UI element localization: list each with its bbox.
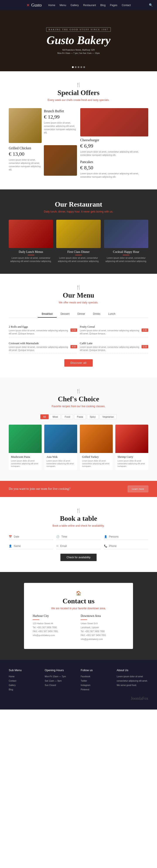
persons-input[interactable]: [109, 535, 148, 538]
nav-contact[interactable]: Contact: [122, 4, 131, 7]
chef-filter-meat[interactable]: Meat: [50, 414, 61, 419]
hero-dot-1[interactable]: [72, 66, 74, 68]
pancakes-desc: Lorem ipsum dolor sit amet, consectetur …: [80, 172, 149, 179]
menu-item-0-price: 5.50: [70, 329, 77, 332]
contact-location-0: Harbour City 123 Harbor Street #4 Tel: +…: [33, 614, 76, 641]
chef-filter-tabs: All Meat Food Pasta Spicy Vegetarian: [9, 414, 148, 419]
nav-pages[interactable]: Pages: [110, 4, 117, 7]
cheeseburger-desc: Lorem ipsum dolor sit amet, consectetur …: [80, 150, 149, 157]
join-button[interactable]: Learn more: [128, 486, 148, 492]
discover-button[interactable]: Discover all: [64, 359, 93, 367]
hero-section: BAKING THE GOOD STUFF SINCE 1987 Gusto B…: [0, 10, 157, 71]
persons-icon: 👤: [104, 535, 107, 538]
nav-blog[interactable]: Blog: [100, 4, 105, 7]
name-input[interactable]: [14, 545, 53, 548]
hero-dot-3[interactable]: [77, 66, 80, 68]
chef-filter-all[interactable]: All: [40, 414, 49, 419]
hero-title: Gusto Bakery: [46, 34, 110, 46]
footer-col-social: Follow us Facebook Twitter Instagram Pin…: [81, 669, 112, 692]
footer-social-twitter[interactable]: Twitter: [81, 679, 112, 683]
phone-input[interactable]: [109, 545, 148, 548]
time-input[interactable]: [61, 535, 100, 538]
daily-lunch-title: Daily Lunch Menus: [9, 250, 53, 254]
chef-card-shrimp: Shrimp Curry Lorem ipsum dolor sit amet …: [115, 425, 148, 470]
chefs-header: 🍴 Chef's Choice Favorite recipes from ou…: [9, 389, 148, 408]
tab-dessert[interactable]: Dessert: [57, 311, 73, 318]
brunch-row: Brunch Buffet € 12,99 Lorem ipsum dolor …: [9, 108, 77, 143]
chef-filter-pasta[interactable]: Pasta: [74, 414, 86, 419]
menu-item-1-name: Fruity Cereal: [80, 325, 139, 329]
contact-divider-0: [33, 620, 39, 620]
footer-submenu-home[interactable]: Home: [9, 675, 40, 679]
book-form-row-1: 📅 🕐 👤: [9, 534, 148, 540]
pancakes-name: Pancakes: [80, 160, 149, 164]
first-class-desc: Lorem ipsum dolor sit amet, consectetur …: [56, 256, 100, 263]
tab-drinks[interactable]: Drinks: [89, 311, 104, 318]
daily-lunch-desc: Lorem ipsum dolor sit amet, consectetur …: [9, 256, 53, 263]
book-section: 🍴 Book a table Book a table online and c…: [0, 497, 157, 572]
grilled-turkey-image: [80, 425, 113, 453]
menu-item-0-desc: Lorem ipsum dolor sit amet, consectetur …: [9, 329, 68, 335]
chef-filter-spicy[interactable]: Spicy: [87, 414, 99, 419]
hero-dots: [72, 66, 85, 68]
restaurant-title: Our Restaurant: [9, 200, 148, 208]
brunch-info: Brunch Buffet € 12,99 Lorem ipsum dolor …: [44, 108, 77, 143]
hero-dot-4[interactable]: [81, 66, 82, 68]
tab-lunch[interactable]: Lunch: [104, 311, 119, 318]
cheeseburger-image: [80, 108, 149, 136]
hero-dot-2[interactable]: [75, 66, 76, 68]
chef-filter-food[interactable]: Food: [62, 414, 73, 419]
menu-item-3-price: 5.50: [142, 345, 148, 348]
first-class-image: [56, 220, 100, 248]
asia-wok-image: [44, 425, 77, 453]
menu-item-3-name: Caffè Latte: [80, 342, 139, 345]
date-input[interactable]: [14, 535, 53, 538]
grilled-turkey-desc: Lorem ipsum dolor sit amet consectetur a…: [82, 460, 111, 468]
email-icon: ✉: [56, 545, 58, 548]
brunch-image: [9, 108, 42, 143]
chicken-info: Grilled Chicken € 13,00 Lorem ipsum dolo…: [9, 145, 42, 178]
book-btn-wrap: Check for availability: [9, 554, 148, 561]
footer-submenu-gallery[interactable]: Gallery: [9, 683, 40, 687]
nav-home[interactable]: Home: [48, 4, 55, 7]
chef-card-asia: Asia Wok Lorem ipsum dolor sit amet cons…: [44, 425, 77, 470]
footer-social-pinterest[interactable]: Pinterest: [81, 687, 112, 692]
footer-hours-weekday: Mon-Fri 10am — 7pm: [45, 675, 76, 679]
menu-section: 🍴 Our Menu We offer meals and daily spec…: [0, 274, 157, 377]
restaurant-card-daily: Daily Lunch Menus Lorem ipsum dolor sit …: [9, 220, 53, 263]
restaurant-card-first-class: First Class Dinner Lorem ipsum dolor sit…: [56, 220, 100, 263]
cheeseburger-price: € 6,99: [80, 143, 149, 149]
chef-filter-vegetarian[interactable]: Vegetarian: [100, 414, 117, 419]
tab-breakfast[interactable]: Breakfast: [38, 311, 57, 318]
menu-header: 🍴 Our Menu We offer meals and daily spec…: [9, 285, 148, 304]
menu-item-1: Fruity Cereal Lorem ipsum dolor sit amet…: [80, 323, 148, 337]
chef-card-mushroom: Mushroom Pasta Lorem ipsum dolor sit ame…: [9, 425, 42, 470]
date-icon: 📅: [9, 535, 12, 538]
chef-card-turkey: Grilled Turkey Lorem ipsum dolor sit ame…: [80, 425, 113, 470]
nav-gallery[interactable]: Gallery: [70, 4, 79, 7]
footer-social-facebook[interactable]: Facebook: [81, 675, 112, 679]
check-availability-button[interactable]: Check for availability: [60, 554, 97, 561]
restaurant-cards: Daily Lunch Menus Lorem ipsum dolor sit …: [9, 220, 148, 263]
menu-item-0-info: 2 Rolls and Eggs Lorem ipsum dolor sit a…: [9, 325, 68, 335]
chefs-title: Chef's Choice: [9, 395, 148, 403]
brunch-name: Brunch Buffet: [44, 109, 77, 113]
nav-menu[interactable]: Menu: [60, 4, 66, 7]
hero-dot-5[interactable]: [83, 66, 85, 68]
chefs-section: 🍴 Chef's Choice Favorite recipes from ou…: [0, 377, 157, 481]
search-icon[interactable]: 🔍: [149, 3, 153, 7]
menu-item-1-desc: Lorem ipsum dolor sit amet, consectetur …: [80, 329, 139, 335]
email-input[interactable]: [60, 545, 100, 548]
menu-items-grid: 2 Rolls and Eggs Lorem ipsum dolor sit a…: [9, 323, 148, 354]
footer-submenu-contact[interactable]: Contact: [9, 679, 40, 683]
nav-restaurant[interactable]: Restaurant: [83, 4, 96, 7]
shrimp-curry-title: Shrimp Curry: [118, 455, 146, 459]
footer-social-instagram[interactable]: Instagram: [81, 683, 112, 687]
tab-dinner[interactable]: Dinner: [73, 311, 89, 318]
footer-submenu-blog[interactable]: Blog: [9, 687, 40, 692]
chicken-price: € 13,00: [9, 151, 42, 157]
book-form: 📅 🕐 👤 👤 ✉ 📞: [9, 534, 148, 561]
phone-icon: 📞: [104, 545, 107, 548]
book-time-field: 🕐: [56, 534, 100, 540]
pancakes-price: € 8,50: [80, 165, 149, 171]
